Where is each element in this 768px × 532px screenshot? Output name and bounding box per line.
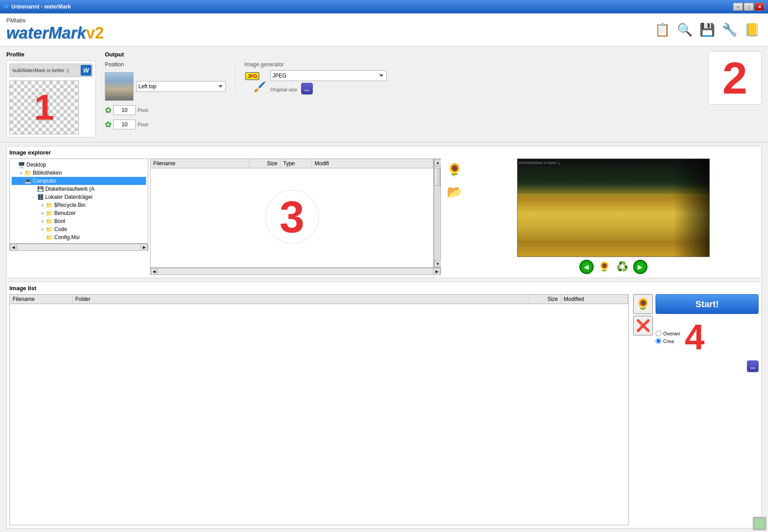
pixel-input-1[interactable]	[113, 105, 136, 115]
refresh-icon[interactable]: ♻️	[615, 260, 630, 274]
benutzer-icon: 📁	[46, 210, 53, 217]
step2-number: 2	[708, 51, 762, 105]
tree-item-config[interactable]: 📁 Config.Msi	[12, 233, 146, 241]
titlebar-controls: – □ ✕	[733, 3, 764, 11]
imagelist-body[interactable]	[10, 304, 628, 525]
hscrollbar-right[interactable]: ▶	[141, 244, 148, 251]
tree-expander-co[interactable]: +	[39, 227, 46, 232]
output-label: Output	[105, 51, 699, 58]
diskette-icon: 💾	[37, 185, 44, 193]
profile-area: Profile bulkWaterMark is better :) W 1	[6, 51, 96, 137]
tree-expander-be[interactable]: +	[39, 211, 46, 216]
position-row: Left top	[105, 72, 226, 101]
search-icon[interactable]: 🔍	[675, 20, 695, 40]
file-hscrollbar[interactable]: ◀ ▶	[150, 268, 441, 275]
tree-item-label: Config.Msi	[54, 234, 80, 240]
clipboard-icon[interactable]: 📋	[652, 20, 672, 40]
file-list-header: Filename Size Type Modifi	[151, 159, 433, 168]
prev-button[interactable]: ◀	[579, 260, 594, 274]
start-button[interactable]: Start!	[656, 294, 759, 314]
tree-item-recycle[interactable]: + 📁 $Recycle.Bin	[12, 201, 146, 209]
position-group: Position Left top ✿ Pixel	[105, 61, 226, 129]
watermark-text: waterMark	[6, 24, 86, 42]
image-gen-section: Image generator JPG 🖌️ JPEG	[235, 61, 387, 94]
col-type: Type	[280, 159, 312, 168]
overwrite-radio[interactable]	[656, 330, 661, 336]
remove-image-button[interactable]: 🌻	[633, 294, 653, 314]
tree-hscrollbar[interactable]: ◀ ▶	[9, 244, 148, 251]
file-list-vscrollbar[interactable]: ▲ ▼	[434, 159, 441, 268]
output-inner: Position Left top ✿ Pixel	[105, 61, 699, 129]
imagelist-action-btns: 🌻 ❌	[633, 294, 653, 335]
file-hscrollbar-right[interactable]: ▶	[433, 268, 440, 275]
file-list-container: Filename Size Type Modifi 3 ▲ ▼	[150, 159, 441, 275]
hscrollbar-left[interactable]: ◀	[10, 244, 17, 251]
create-radio[interactable]	[656, 338, 661, 344]
tools-icon[interactable]: 🔧	[720, 20, 739, 40]
position-dropdown[interactable]: Left top	[136, 81, 226, 92]
file-hscrollbar-left[interactable]: ◀	[151, 268, 158, 275]
image-explorer-section: Image explorer 🖥️ Desktop + 📁 Bibliothek…	[6, 146, 762, 278]
pixel-label-1: Pixel	[138, 107, 148, 113]
image-gen-dropdown[interactable]: JPEG	[270, 70, 387, 81]
minimize-button[interactable]: –	[733, 3, 743, 11]
file-list[interactable]: Filename Size Type Modifi 3	[150, 159, 434, 268]
tree-item-bibliotheken[interactable]: + 📁 Bibliotheken	[12, 169, 146, 177]
vscrollbar-thumb[interactable]	[434, 168, 440, 186]
tree-item-boot[interactable]: + 📁 Boot	[12, 217, 146, 225]
tree-expander-b[interactable]: +	[18, 171, 24, 176]
file-list-body: 3	[151, 168, 433, 265]
tree-expander-bo[interactable]: +	[39, 219, 46, 224]
tree-expander-c[interactable]: -	[18, 179, 24, 184]
add-folder-button[interactable]: 📂	[444, 182, 464, 202]
imagelist-right: 🌻 ❌ Start! Overwri	[633, 294, 759, 525]
tree-item-computer[interactable]: - 💻 Computer	[12, 177, 146, 185]
image-gen-row: JPG 🖌️ JPEG Original size ...	[244, 70, 387, 94]
titlebar: W Unbenannt - waterMark – □ ✕	[0, 0, 768, 13]
vscrollbar-up[interactable]: ▲	[434, 159, 441, 166]
bottom-dots-button[interactable]: ...	[747, 360, 759, 372]
create-option[interactable]: Crea	[656, 338, 680, 344]
profile-inner: bulkWaterMark is better :) W	[9, 64, 93, 77]
image-gen-label: Image generator	[244, 61, 387, 68]
save-icon[interactable]: 💾	[697, 20, 717, 40]
file-hscrollbar-thumb[interactable]	[158, 268, 433, 275]
image-gen-controls: JPEG Original size ...	[270, 70, 387, 94]
tree-expander-l[interactable]: -	[30, 195, 37, 200]
tree-view[interactable]: 🖥️ Desktop + 📁 Bibliotheken - 💻 Computer	[9, 159, 148, 244]
overwrite-option[interactable]: Overwri	[656, 330, 680, 336]
tree-item-desktop[interactable]: 🖥️ Desktop	[12, 161, 146, 169]
overwrite-label: Overwri	[663, 331, 680, 336]
position-preview	[105, 72, 134, 101]
tree-expander-r[interactable]: +	[39, 203, 46, 208]
step4-number: 4	[685, 317, 705, 358]
tree-item-lokaler[interactable]: - 🗄️ Lokaler Datenträger	[12, 193, 146, 201]
image-gen-dots-button[interactable]: ...	[301, 83, 313, 94]
imagelist-header: Filename Folder Size Modified	[10, 295, 628, 304]
imgcol-folder: Folder	[73, 295, 530, 304]
code-icon: 📁	[46, 226, 53, 233]
original-size-label: Original size	[270, 87, 298, 92]
hdd-icon: 🗄️	[37, 193, 44, 201]
profile-label: Profile	[6, 51, 96, 58]
vscrollbar-down[interactable]: ▼	[434, 260, 441, 267]
tree-item-benutzer[interactable]: + 📁 Benutzer	[12, 209, 146, 217]
pixel-row-2: ✿ Pixel	[105, 120, 226, 129]
boot-icon: 📁	[46, 218, 53, 225]
app-icon: W	[4, 4, 9, 10]
maximize-button[interactable]: □	[744, 3, 754, 11]
close-button[interactable]: ✕	[755, 3, 764, 11]
position-label: Position	[105, 61, 226, 68]
add-images-button[interactable]: 🌻	[444, 159, 464, 179]
hscrollbar-thumb[interactable]	[17, 244, 140, 250]
sunflower-icon[interactable]: 🌻	[597, 260, 612, 274]
tree-item-diskette[interactable]: 💾 Diskettenlaufwerk (A	[12, 185, 146, 193]
remove-image2-button[interactable]: ❌	[633, 316, 653, 335]
pixel-input-2[interactable]	[113, 120, 136, 129]
tree-item-code[interactable]: + 📁 Code	[12, 225, 146, 233]
radio-group: Overwri Crea	[656, 330, 680, 344]
preview-watermark-text: bulkWaterMark is better :)	[519, 161, 560, 165]
exit-icon[interactable]: 📒	[742, 20, 762, 40]
next-button[interactable]: ▶	[633, 260, 647, 274]
config-icon: 📁	[46, 234, 53, 241]
